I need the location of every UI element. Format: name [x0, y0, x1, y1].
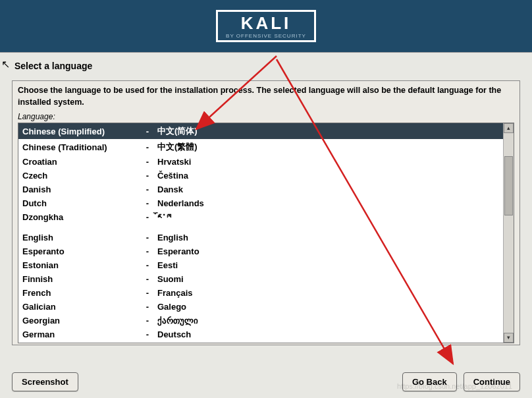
language-row[interactable]: English-English — [18, 231, 503, 244]
language-name: Finnish — [22, 274, 138, 284]
dash-separator: - — [138, 288, 157, 298]
language-name: Chinese (Traditional) — [22, 142, 138, 152]
language-row[interactable]: Chinese (Simplified)-中文(简体) — [18, 123, 503, 139]
language-native: Français — [157, 288, 499, 298]
language-native: Eesti — [157, 260, 499, 270]
language-row[interactable]: Dutch-Nederlands — [18, 196, 503, 210]
language-row[interactable]: Croatian-Hrvatski — [18, 155, 503, 169]
dash-separator: - — [138, 233, 157, 242]
footer: Screenshot Go Back Continue — [12, 372, 520, 391]
language-row[interactable]: Finnish-Suomi — [18, 272, 503, 286]
dash-separator: - — [138, 185, 157, 194]
language-name: Dzongkha — [22, 212, 138, 222]
language-row[interactable]: Chinese (Traditional)-中文(繁體) — [18, 139, 503, 155]
language-row[interactable]: Estonian-Eesti — [18, 258, 503, 272]
language-native: ქართული — [157, 316, 499, 326]
language-list-container: Chinese (Simplified)-中文(简体)Chinese (Trad… — [18, 123, 514, 343]
language-native: 中文(繁體) — [157, 141, 499, 153]
kali-logo: KALI BY OFFENSIVE SECURITY — [216, 10, 316, 42]
screenshot-button[interactable]: Screenshot — [12, 372, 78, 391]
language-native: ཇོ་ཁ — [157, 212, 499, 222]
scroll-thumb[interactable] — [504, 156, 513, 215]
language-name: Esperanto — [22, 246, 138, 256]
dash-separator: - — [138, 302, 157, 312]
banner: KALI BY OFFENSIVE SECURITY — [0, 0, 532, 53]
go-back-button[interactable]: Go Back — [402, 372, 457, 391]
list-spacer — [18, 224, 503, 231]
logo-subtitle: BY OFFENSIVE SECURITY — [226, 33, 306, 39]
language-native: 中文(简体) — [157, 125, 499, 137]
language-list[interactable]: Chinese (Simplified)-中文(简体)Chinese (Trad… — [18, 123, 503, 343]
dash-separator: - — [138, 171, 157, 181]
scrollbar[interactable]: ▴ ▾ — [503, 123, 514, 343]
field-label: Language: — [18, 112, 514, 121]
continue-button[interactable]: Continue — [464, 372, 520, 391]
dash-separator: - — [138, 198, 157, 208]
dash-separator: - — [138, 212, 157, 222]
language-native: Suomi — [157, 274, 499, 284]
language-row[interactable]: Esperanto-Esperanto — [18, 244, 503, 258]
language-native: Čeština — [157, 171, 499, 181]
language-name: Galician — [22, 302, 138, 312]
language-name: German — [22, 329, 138, 339]
language-name: Chinese (Simplified) — [22, 127, 138, 136]
language-name: French — [22, 288, 138, 298]
language-row[interactable]: German-Deutsch — [18, 327, 503, 341]
language-row[interactable]: Dzongkha-ཇོ་ཁ — [18, 210, 503, 224]
language-name: Danish — [22, 185, 138, 194]
scroll-up-icon[interactable]: ▴ — [504, 123, 514, 133]
dash-separator: - — [138, 127, 157, 136]
language-name: Croatian — [22, 157, 138, 167]
language-row[interactable]: Danish-Dansk — [18, 183, 503, 196]
language-row[interactable]: Galician-Galego — [18, 300, 503, 314]
dash-separator: - — [138, 329, 157, 339]
scroll-down-icon[interactable]: ▾ — [504, 333, 514, 343]
language-name: Estonian — [22, 260, 138, 270]
dash-separator: - — [138, 246, 157, 256]
language-native: Hrvatski — [157, 157, 499, 167]
instructions-text: Choose the language to be used for the i… — [18, 85, 514, 108]
dash-separator: - — [138, 142, 157, 152]
language-name: Czech — [22, 171, 138, 181]
scroll-track[interactable] — [504, 133, 514, 333]
dash-separator: - — [138, 316, 157, 326]
language-row[interactable]: French-Français — [18, 286, 503, 300]
language-native: Esperanto — [157, 246, 499, 256]
language-row[interactable]: Georgian-ქართული — [18, 314, 503, 327]
logo-text: KALI — [241, 14, 292, 32]
language-native: Dansk — [157, 185, 499, 194]
language-name: English — [22, 233, 138, 242]
language-native: Nederlands — [157, 198, 499, 208]
dash-separator: - — [138, 274, 157, 284]
page-title: Select a language — [14, 61, 520, 71]
dash-separator: - — [138, 157, 157, 167]
language-name: Dutch — [22, 198, 138, 208]
language-native: Deutsch — [157, 329, 499, 339]
language-row[interactable]: Czech-Čeština — [18, 169, 503, 183]
language-panel: Choose the language to be used for the i… — [12, 80, 520, 345]
dash-separator: - — [138, 260, 157, 270]
content-area: Select a language Choose the language to… — [0, 53, 532, 349]
language-native: English — [157, 233, 499, 242]
language-native: Galego — [157, 302, 499, 312]
language-name: Georgian — [22, 316, 138, 326]
